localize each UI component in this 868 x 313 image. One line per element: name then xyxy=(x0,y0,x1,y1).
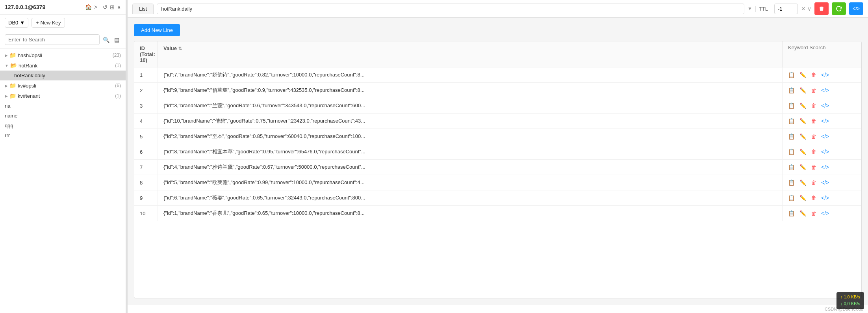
ttl-input[interactable] xyxy=(774,4,798,14)
list-tab[interactable]: List xyxy=(132,4,154,14)
copy-icon[interactable]: 📋 xyxy=(788,164,795,170)
sidebar: 127.0.0.1@6379 🏠 >_ ↺ ⊞ ∧ DB0 ▼ + New Ke… xyxy=(0,0,126,313)
row-id: 7 xyxy=(134,160,158,175)
row-value-text: {"id":10,"brandName":"倩碧","goodRate":0.7… xyxy=(163,117,777,125)
edit-icon[interactable]: ✏️ xyxy=(799,164,806,170)
edit-icon[interactable]: ✏️ xyxy=(799,179,806,186)
delete-row-icon[interactable]: 🗑 xyxy=(811,195,816,201)
edit-icon[interactable]: ✏️ xyxy=(799,87,806,93)
clear-icon[interactable]: ✕ xyxy=(801,6,806,12)
copy-icon[interactable]: 📋 xyxy=(788,72,795,78)
network-status: ↑ 1,0 KB/s ↓ 0,0 KB/s xyxy=(836,292,864,309)
add-new-line-button[interactable]: Add New Line xyxy=(134,24,180,36)
delete-row-icon[interactable]: 🗑 xyxy=(811,102,816,109)
view-code-icon[interactable]: </> xyxy=(821,179,829,186)
copy-icon[interactable]: 📋 xyxy=(788,179,795,186)
edit-icon[interactable]: ✏️ xyxy=(799,133,806,140)
chevron-up-icon[interactable]: ∧ xyxy=(117,4,121,10)
delete-row-icon[interactable]: 🗑 xyxy=(811,179,816,186)
key-input[interactable] xyxy=(157,4,744,14)
sidebar-item-qqq[interactable]: qqq xyxy=(0,121,126,130)
db-row: DB0 ▼ + New Key xyxy=(0,15,126,31)
delete-row-icon[interactable]: 🗑 xyxy=(811,149,816,155)
edit-icon[interactable]: ✏️ xyxy=(799,195,806,201)
tree-item-label: na xyxy=(5,103,10,109)
delete-row-icon[interactable]: 🗑 xyxy=(811,87,816,93)
table-row: 1{"id":7,"brandName":"娇韵诗","goodRate":0.… xyxy=(134,67,861,83)
view-code-icon[interactable]: </> xyxy=(821,149,829,155)
delete-row-icon[interactable]: 🗑 xyxy=(811,72,816,78)
home-icon[interactable]: 🏠 xyxy=(85,4,92,10)
sidebar-item-rrr[interactable]: rrr xyxy=(0,130,126,140)
edit-icon[interactable]: ✏️ xyxy=(799,210,806,216)
confirm-icon[interactable]: ∨ xyxy=(807,6,811,12)
copy-icon[interactable]: 📋 xyxy=(788,102,795,109)
db-select[interactable]: DB0 ▼ xyxy=(5,18,28,28)
key-dropdown-icon[interactable]: ▼ xyxy=(747,6,752,11)
edit-icon[interactable]: ✏️ xyxy=(799,72,806,78)
delete-row-icon[interactable]: 🗑 xyxy=(811,164,816,170)
sidebar-item-hotrank-daily[interactable]: hotRank:daily xyxy=(0,71,126,80)
row-value: {"id":4,"brandName":"雅诗兰黛","goodRate":0.… xyxy=(158,160,783,175)
row-value-text: {"id":3,"brandName":"兰蔻","goodRate":0.6,… xyxy=(163,102,777,109)
db-value: DB0 xyxy=(8,20,18,26)
copy-icon[interactable]: 📋 xyxy=(788,149,795,155)
row-value-text: {"id":9,"brandName":"佰草集","goodRate":0.9… xyxy=(163,87,777,94)
code-button[interactable]: </> xyxy=(849,2,863,15)
tree-item-count: (1) xyxy=(115,93,121,99)
view-code-icon[interactable]: </> xyxy=(821,210,829,216)
delete-row-icon[interactable]: 🗑 xyxy=(811,118,816,124)
sidebar-item-hotrank[interactable]: ▼ 📂 hotRank (1) xyxy=(0,60,126,71)
delete-button[interactable] xyxy=(814,2,829,15)
edit-icon[interactable]: ✏️ xyxy=(799,118,806,124)
row-actions: 📋✏️🗑</> xyxy=(783,190,861,205)
copy-icon[interactable]: 📋 xyxy=(788,118,795,124)
keyword-search-input[interactable] xyxy=(784,42,860,53)
sidebar-item-kv-tenant[interactable]: ▶ 📁 kv#tenant (1) xyxy=(0,91,126,101)
delete-row-icon[interactable]: 🗑 xyxy=(811,133,816,140)
server-title: 127.0.0.1@6379 xyxy=(5,4,45,10)
folder-icon: 📁 xyxy=(9,52,16,58)
sidebar-item-kv-opsli[interactable]: ▶ 📁 kv#opsli (6) xyxy=(0,80,126,91)
header-icons: 🏠 >_ ↺ ⊞ ∧ xyxy=(85,4,121,10)
sort-icon[interactable]: ⇅ xyxy=(178,46,182,51)
view-code-icon[interactable]: </> xyxy=(821,102,829,109)
sidebar-item-hash-opsli[interactable]: ▶ 📁 hash#opsli (23) xyxy=(0,50,126,60)
row-actions: 📋✏️🗑</> xyxy=(783,144,861,159)
edit-icon[interactable]: ✏️ xyxy=(799,149,806,155)
view-code-icon[interactable]: </> xyxy=(821,87,829,93)
view-code-icon[interactable]: </> xyxy=(821,133,829,140)
filter-icon[interactable]: ▤ xyxy=(113,35,121,45)
search-input[interactable] xyxy=(5,34,100,45)
upload-speed: ↑ 1,0 KB/s xyxy=(840,294,860,301)
copy-icon[interactable]: 📋 xyxy=(788,195,795,201)
view-code-icon[interactable]: </> xyxy=(821,164,829,170)
sidebar-item-name[interactable]: name xyxy=(0,111,126,121)
view-code-icon[interactable]: </> xyxy=(821,195,829,201)
delete-row-icon[interactable]: 🗑 xyxy=(811,210,816,216)
row-value: {"id":10,"brandName":"倩碧","goodRate":0.7… xyxy=(158,114,783,129)
grid-icon[interactable]: ⊞ xyxy=(110,4,115,10)
refresh-button[interactable] xyxy=(832,2,846,15)
copy-icon[interactable]: 📋 xyxy=(788,210,795,216)
chevron-right-icon: ▶ xyxy=(5,53,8,58)
chevron-down-icon: ▼ xyxy=(5,63,9,68)
value-column-header: Value ⇅ xyxy=(158,41,783,67)
search-icon[interactable]: 🔍 xyxy=(101,35,111,45)
new-key-label: + New Key xyxy=(36,20,61,26)
table-row: 3{"id":3,"brandName":"兰蔻","goodRate":0.6… xyxy=(134,98,861,114)
refresh-icon xyxy=(836,6,842,12)
copy-icon[interactable]: 📋 xyxy=(788,133,795,140)
view-code-icon[interactable]: </> xyxy=(821,118,829,124)
edit-icon[interactable]: ✏️ xyxy=(799,102,806,109)
view-code-icon[interactable]: </> xyxy=(821,72,829,78)
svg-rect-1 xyxy=(822,8,822,10)
terminal-icon[interactable]: >_ xyxy=(94,4,100,10)
new-key-button[interactable]: + New Key xyxy=(32,18,65,28)
sidebar-item-na[interactable]: na xyxy=(0,101,126,111)
data-table: ID (Total: 10) Value ⇅ 1{"id":7,"brandNa… xyxy=(134,41,862,298)
resize-handle[interactable] xyxy=(126,0,128,313)
refresh-icon[interactable]: ↺ xyxy=(103,4,108,10)
tree-item-count: (6) xyxy=(115,83,121,88)
copy-icon[interactable]: 📋 xyxy=(788,87,795,93)
